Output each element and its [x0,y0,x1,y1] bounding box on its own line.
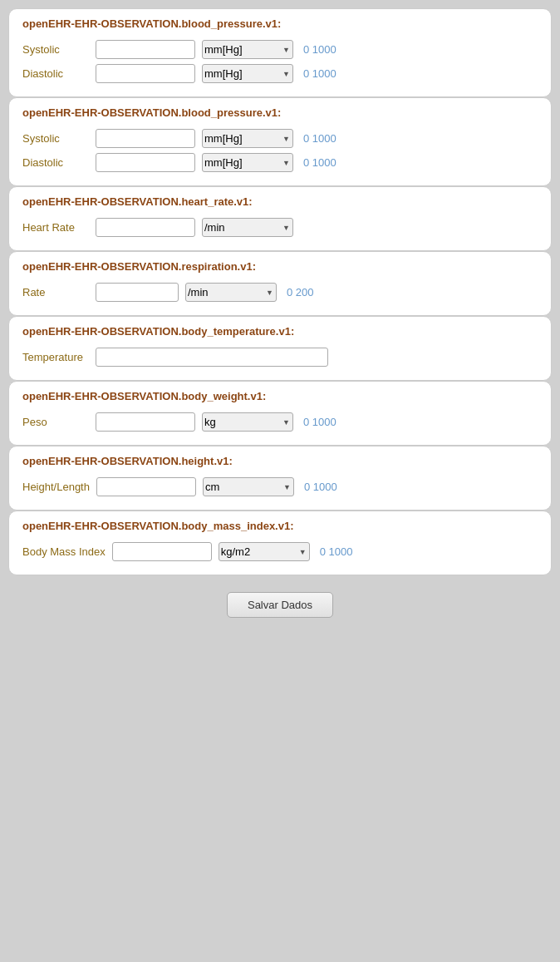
unit-select-peso[interactable]: kg [202,412,293,432]
card-blood_pressure_1: openEHR-EHR-OBSERVATION.blood_pressure.v… [8,8,552,97]
field-row-rate: Rate/min0 200 [22,283,538,302]
field-row-diastolic1: Diastolicmm[Hg]0 1000 [22,64,538,83]
card-body_temperature: openEHR-EHR-OBSERVATION.body_temperature… [8,316,552,381]
card-respiration: openEHR-EHR-OBSERVATION.respiration.v1:R… [8,251,552,316]
input-diastolic1[interactable] [96,64,195,83]
input-systolic2[interactable] [96,129,195,148]
select-wrapper-rate: /min [185,283,277,302]
field-row-bmi: Body Mass Indexkg/m20 1000 [22,542,538,561]
input-temperature[interactable] [96,348,328,367]
cards-container: openEHR-EHR-OBSERVATION.blood_pressure.v… [8,8,552,575]
unit-select-bmi[interactable]: kg/m2 [219,542,310,561]
select-wrapper-systolic2: mm[Hg] [202,129,293,148]
card-body_mass_index: openEHR-EHR-OBSERVATION.body_mass_index.… [8,511,552,575]
field-label-diastolic1: Diastolic [22,67,89,80]
range-label-diastolic2: 0 1000 [303,156,336,169]
button-row: Salvar Dados [8,592,552,618]
unit-select-diastolic1[interactable]: mm[Hg] [202,64,293,83]
select-wrapper-heart_rate: /min [202,218,293,237]
page-container: openEHR-EHR-OBSERVATION.blood_pressure.v… [0,0,560,639]
input-diastolic2[interactable] [96,153,195,172]
input-peso[interactable] [96,412,195,432]
field-row-peso: Pesokg0 1000 [22,412,538,432]
input-rate[interactable] [96,283,179,302]
card-height: openEHR-EHR-OBSERVATION.height.v1:Height… [8,446,552,511]
card-title-body_mass_index: openEHR-EHR-OBSERVATION.body_mass_index.… [22,520,538,532]
card-title-body_weight: openEHR-EHR-OBSERVATION.body_weight.v1: [22,390,538,402]
card-heart_rate: openEHR-EHR-OBSERVATION.heart_rate.v1:He… [8,186,552,251]
field-row-heart_rate: Heart Rate/min [22,218,538,237]
field-row-systolic2: Systolicmm[Hg]0 1000 [22,129,538,148]
save-button[interactable]: Salvar Dados [227,592,333,618]
card-body_weight: openEHR-EHR-OBSERVATION.body_weight.v1:P… [8,381,552,446]
select-wrapper-diastolic1: mm[Hg] [202,64,293,83]
select-wrapper-height: cm [203,477,294,496]
card-title-body_temperature: openEHR-EHR-OBSERVATION.body_temperature… [22,325,538,338]
range-label-bmi: 0 1000 [320,545,353,558]
field-row-diastolic2: Diastolicmm[Hg]0 1000 [22,153,538,172]
input-bmi[interactable] [112,542,212,561]
field-label-diastolic2: Diastolic [22,156,89,169]
card-title-respiration: openEHR-EHR-OBSERVATION.respiration.v1: [22,260,538,273]
select-wrapper-bmi: kg/m2 [219,542,310,561]
select-wrapper-peso: kg [202,412,293,432]
unit-select-rate[interactable]: /min [185,283,277,302]
unit-select-height[interactable]: cm [203,477,294,496]
card-title-blood_pressure_1: openEHR-EHR-OBSERVATION.blood_pressure.v… [22,17,538,30]
field-row-systolic1: Systolicmm[Hg]0 1000 [22,40,538,59]
field-label-systolic1: Systolic [22,43,89,56]
unit-select-systolic1[interactable]: mm[Hg] [202,40,293,59]
range-label-diastolic1: 0 1000 [303,67,336,80]
range-label-peso: 0 1000 [303,416,336,428]
field-label-rate: Rate [22,286,89,298]
unit-select-systolic2[interactable]: mm[Hg] [202,129,293,148]
card-title-heart_rate: openEHR-EHR-OBSERVATION.heart_rate.v1: [22,195,538,208]
field-label-height: Height/Length [22,481,90,493]
range-label-rate: 0 200 [287,286,314,298]
range-label-height: 0 1000 [304,481,337,493]
unit-select-diastolic2[interactable]: mm[Hg] [202,153,293,172]
range-label-systolic1: 0 1000 [303,43,336,56]
range-label-systolic2: 0 1000 [303,132,336,145]
field-label-bmi: Body Mass Index [22,545,106,558]
select-wrapper-diastolic2: mm[Hg] [202,153,293,172]
field-label-temperature: Temperature [22,351,89,363]
field-row-height: Height/Lengthcm0 1000 [22,477,538,496]
card-title-height: openEHR-EHR-OBSERVATION.height.v1: [22,455,538,467]
card-title-blood_pressure_2: openEHR-EHR-OBSERVATION.blood_pressure.v… [22,106,538,119]
unit-select-heart_rate[interactable]: /min [202,218,293,237]
field-label-systolic2: Systolic [22,132,89,145]
field-label-heart_rate: Heart Rate [22,221,89,234]
select-wrapper-systolic1: mm[Hg] [202,40,293,59]
field-row-temperature: Temperature [22,348,538,367]
field-label-peso: Peso [22,416,89,428]
input-systolic1[interactable] [96,40,195,59]
card-blood_pressure_2: openEHR-EHR-OBSERVATION.blood_pressure.v… [8,97,552,186]
input-height[interactable] [96,477,196,496]
input-heart_rate[interactable] [96,218,195,237]
